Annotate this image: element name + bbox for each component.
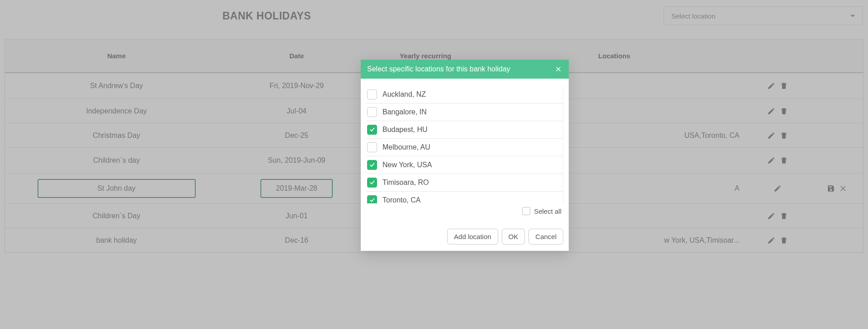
modal-header: Select specific locations for this bank … xyxy=(361,60,569,79)
location-checkbox[interactable] xyxy=(367,195,377,203)
select-all-label: Select all xyxy=(534,207,561,215)
location-option[interactable]: New York, USA xyxy=(366,156,563,174)
select-all-checkbox[interactable] xyxy=(522,207,530,215)
location-checkbox[interactable] xyxy=(367,142,377,152)
location-option[interactable]: Toronto, CA xyxy=(366,192,563,203)
location-label: Bangalore, IN xyxy=(382,108,427,116)
location-checkbox[interactable] xyxy=(367,160,377,170)
location-label: New York, USA xyxy=(382,161,432,169)
location-option[interactable]: Timisoara, RO xyxy=(366,174,563,192)
ok-button[interactable]: OK xyxy=(502,229,525,244)
location-list: Auckland, NZBangalore, INBudapest, HUMel… xyxy=(366,86,563,203)
add-location-button[interactable]: Add location xyxy=(447,229,498,244)
close-icon[interactable] xyxy=(554,65,562,73)
modal-body: Auckland, NZBangalore, INBudapest, HUMel… xyxy=(361,79,569,221)
modal-footer: Add location OK Cancel xyxy=(361,221,569,251)
location-checkbox[interactable] xyxy=(367,89,377,99)
locations-modal: Select specific locations for this bank … xyxy=(361,60,569,251)
location-label: Budapest, HU xyxy=(382,126,428,134)
cancel-button[interactable]: Cancel xyxy=(528,229,563,244)
location-option[interactable]: Budapest, HU xyxy=(366,121,563,139)
location-option[interactable]: Melbourne, AU xyxy=(366,139,563,156)
location-checkbox[interactable] xyxy=(367,178,377,188)
location-option[interactable]: Auckland, NZ xyxy=(366,86,563,103)
location-option[interactable]: Bangalore, IN xyxy=(366,103,563,121)
location-checkbox[interactable] xyxy=(367,125,377,135)
location-label: Melbourne, AU xyxy=(382,143,430,151)
location-label: Auckland, NZ xyxy=(382,90,426,99)
select-all-row: Select all xyxy=(366,203,563,215)
location-label: Toronto, CA xyxy=(382,196,420,203)
location-checkbox[interactable] xyxy=(367,107,377,117)
location-label: Timisoara, RO xyxy=(382,179,429,187)
modal-title: Select specific locations for this bank … xyxy=(367,65,510,73)
